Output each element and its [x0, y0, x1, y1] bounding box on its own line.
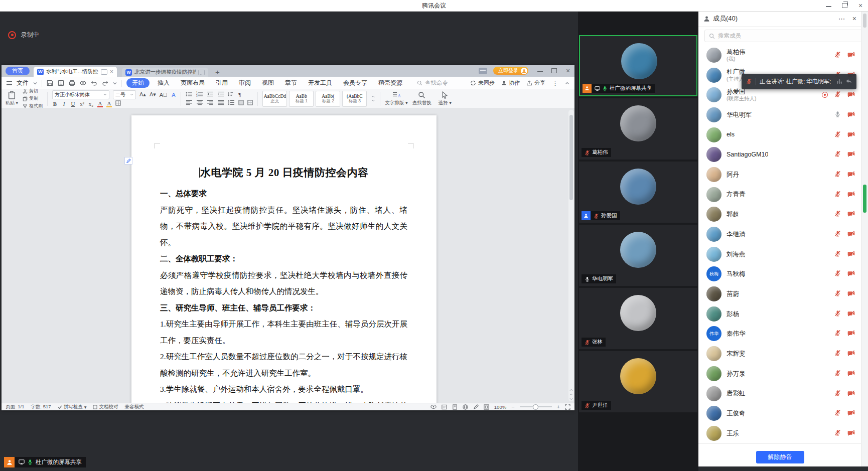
menu-tab-5[interactable]: 视图 [259, 78, 277, 88]
font-name-select[interactable]: 方正小标宋简体 [52, 90, 109, 99]
underline-icon[interactable]: U [70, 101, 76, 107]
member-camera-toggle[interactable] [847, 329, 855, 338]
member-camera-toggle[interactable] [847, 150, 855, 159]
style-chip-3[interactable]: (AaBbC标题 3 [342, 91, 367, 107]
collapse-ribbon-icon[interactable] [565, 82, 569, 85]
member-mic-toggle[interactable] [834, 51, 841, 60]
video-tile[interactable]: 葛柏伟 [579, 98, 697, 160]
menu-tab-9[interactable]: 稻壳资源 [375, 78, 405, 88]
member-row[interactable]: els [698, 125, 861, 145]
member-camera-toggle[interactable] [847, 170, 855, 179]
line-spacing-icon[interactable] [228, 99, 235, 107]
wps-document-tab[interactable]: W 北京进一步调整疫情防控措施 [122, 68, 208, 77]
collapse-arrow-icon[interactable] [845, 79, 852, 84]
menu-tab-0[interactable]: 开始 [126, 78, 150, 88]
wps-close-button[interactable]: × [564, 67, 571, 74]
paragraph-tool-icon[interactable] [124, 157, 132, 165]
unmute-button[interactable]: 解除静音 [756, 451, 804, 463]
member-camera-toggle[interactable] [847, 250, 855, 259]
document-scrollbar[interactable] [568, 110, 574, 401]
copy-button[interactable]: 复制 [23, 95, 43, 102]
member-mic-toggle[interactable] [834, 349, 841, 358]
wps-maximize-button[interactable] [550, 67, 557, 74]
member-camera-toggle[interactable] [847, 309, 855, 319]
collaborate-button[interactable]: 协作 [501, 79, 520, 87]
zoom-out-icon[interactable]: − [511, 404, 514, 410]
member-mic-toggle[interactable] [834, 289, 841, 298]
style-chip-1[interactable]: AaBb标题 1 [289, 91, 314, 107]
member-row[interactable]: 宋辉斐 [698, 344, 861, 364]
zoom-slider[interactable] [520, 406, 552, 407]
decrease-indent-icon[interactable] [207, 91, 214, 98]
member-camera-toggle[interactable] [847, 289, 855, 298]
bullet-list-icon[interactable] [186, 91, 193, 98]
align-center-icon[interactable] [196, 99, 203, 107]
member-mic-toggle[interactable] [834, 190, 841, 199]
fit-page-icon[interactable] [484, 404, 489, 410]
menu-tab-4[interactable]: 审阅 [236, 78, 254, 88]
subscript-icon[interactable]: x₂ [88, 101, 94, 107]
member-row[interactable]: 秋梅马秋梅 [698, 264, 861, 284]
scrollbar-thumb[interactable] [863, 14, 866, 28]
member-mic-toggle[interactable] [834, 130, 841, 139]
page-mode-icon[interactable] [452, 404, 458, 410]
superscript-icon[interactable]: x² [79, 101, 85, 107]
video-tile[interactable]: 尹世洋 [579, 351, 697, 412]
more-menu-icon[interactable]: ⋮ [552, 79, 558, 87]
shading-icon[interactable] [238, 100, 244, 106]
member-camera-toggle[interactable] [847, 210, 855, 219]
share-button[interactable]: 分享 [526, 79, 545, 87]
menu-tab-2[interactable]: 页面布局 [178, 78, 208, 88]
style-chip-2[interactable]: AaBb(标题 2 [316, 91, 340, 107]
member-mic-toggle[interactable] [834, 250, 841, 259]
member-camera-toggle[interactable] [847, 51, 855, 60]
sync-status[interactable]: 未同步 [470, 79, 495, 87]
member-mic-toggle[interactable] [834, 170, 841, 179]
shrink-font-icon[interactable]: A▾ [150, 91, 156, 98]
proofread-toggle[interactable]: 文档校对 [93, 404, 118, 410]
member-camera-toggle[interactable] [847, 349, 855, 358]
tab-close-icon[interactable]: × [110, 69, 113, 75]
member-camera-toggle[interactable] [847, 429, 855, 438]
member-mic-toggle[interactable] [834, 150, 841, 159]
member-mic-toggle[interactable] [834, 210, 841, 219]
zoom-in-icon[interactable]: + [557, 404, 560, 410]
highlight-color-icon[interactable]: A [106, 100, 112, 107]
video-tile[interactable]: 张林 [579, 288, 697, 349]
menu-tab-8[interactable]: 会员专享 [340, 78, 370, 88]
scrollbar-green-thumb[interactable] [863, 185, 866, 213]
style-chip-0[interactable]: AaBbCcDd正文 [262, 91, 287, 107]
member-row[interactable]: 唐彩虹 [698, 384, 861, 404]
member-row[interactable]: 孙万泉 [698, 364, 861, 384]
sort-icon[interactable] [228, 91, 233, 98]
screen-share-banner[interactable]: 杜广微的屏幕共享 [4, 457, 86, 467]
numbered-list-icon[interactable]: 123 [196, 91, 203, 98]
member-row[interactable]: 华电明军 [698, 105, 861, 125]
web-mode-icon[interactable] [463, 404, 468, 410]
member-mic-toggle[interactable] [834, 409, 841, 418]
member-row[interactable]: 李继清 [698, 224, 861, 244]
style-scroll-down-icon[interactable] [371, 99, 375, 102]
member-camera-toggle[interactable] [847, 90, 855, 99]
more-options-icon[interactable]: ⋯ [838, 15, 845, 22]
paste-button[interactable]: 粘贴 ▾ [6, 91, 18, 106]
chevron-down-icon[interactable] [113, 82, 117, 85]
member-row[interactable]: 王俊奇 [698, 403, 861, 423]
wps-minimize-button[interactable] [536, 67, 543, 74]
member-row[interactable]: 彭杨 [698, 304, 861, 324]
wps-document-tab-active[interactable]: W 水利与水电工...情防控会内容 × [34, 67, 117, 77]
character-border-icon[interactable] [115, 100, 121, 107]
member-mic-toggle[interactable] [834, 269, 841, 278]
minimize-button[interactable] [825, 2, 832, 9]
hamburger-icon[interactable] [7, 80, 12, 86]
align-left-icon[interactable] [186, 99, 193, 107]
member-row[interactable]: 方青青 [698, 185, 861, 205]
member-camera-toggle[interactable] [847, 230, 855, 239]
member-row[interactable]: 葛柏伟(我) [698, 45, 861, 65]
video-tile[interactable]: 华电明军 [579, 225, 697, 286]
fullscreen-icon[interactable] [565, 404, 570, 410]
member-camera-toggle[interactable] [847, 269, 855, 278]
clear-format-icon[interactable]: A⃠ [160, 92, 168, 98]
member-mic-toggle[interactable] [834, 230, 841, 239]
menu-tab-7[interactable]: 开发工具 [305, 78, 335, 88]
